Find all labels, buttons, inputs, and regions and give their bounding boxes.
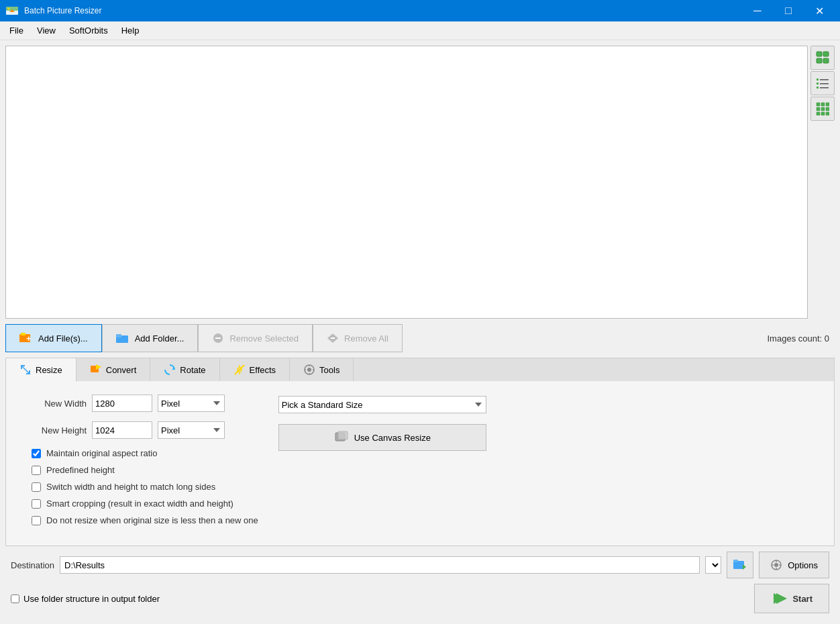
close-button[interactable]: ✕: [804, 0, 835, 21]
maintain-aspect-checkbox[interactable]: [32, 449, 41, 458]
grid-view-button[interactable]: [810, 97, 835, 121]
menu-help[interactable]: Help: [115, 23, 146, 38]
images-count: Images count: 0: [768, 333, 835, 344]
file-area: [5, 46, 835, 319]
remove-selected-button[interactable]: Remove Selected: [198, 324, 313, 352]
svg-rect-9: [820, 79, 829, 81]
svg-rect-20: [817, 112, 820, 115]
resize-form: New Width Pixel Percent cm inch New He: [26, 395, 258, 532]
maintain-aspect-label[interactable]: Maintain original aspect ratio: [46, 448, 157, 458]
svg-marker-58: [776, 593, 787, 604]
canvas-resize-button[interactable]: Use Canvas Resize: [278, 424, 486, 451]
destination-input[interactable]: [60, 556, 700, 574]
do-not-resize-checkbox[interactable]: [32, 516, 41, 525]
tab-effects[interactable]: Effects: [220, 358, 291, 381]
svg-point-41: [307, 368, 311, 372]
height-unit-select[interactable]: Pixel Percent cm inch: [158, 421, 225, 439]
width-unit-select[interactable]: Pixel Percent cm inch: [158, 395, 225, 412]
standard-size-select[interactable]: Pick a Standard Size 800x600 1024x768 12…: [278, 396, 486, 413]
svg-point-52: [774, 563, 778, 567]
folder-structure-label: Use folder structure in output folder: [23, 594, 160, 604]
add-files-button[interactable]: + Add File(s)...: [5, 324, 102, 352]
svg-rect-7: [823, 58, 829, 63]
svg-text:+: +: [26, 333, 32, 344]
menu-softorbits[interactable]: SoftOrbits: [62, 23, 115, 38]
new-width-row: New Width Pixel Percent cm inch: [26, 395, 258, 412]
tab-rotate[interactable]: Rotate: [150, 358, 219, 381]
resize-right-panel: Pick a Standard Size 800x600 1024x768 12…: [278, 395, 486, 451]
svg-rect-16: [826, 103, 829, 106]
svg-rect-13: [820, 87, 829, 89]
svg-rect-21: [821, 112, 825, 115]
view-controls: [810, 46, 835, 319]
file-list: [5, 46, 808, 319]
predefined-height-label[interactable]: Predefined height: [46, 465, 115, 475]
panel-content-resize: New Width Pixel Percent cm inch New He: [6, 381, 834, 545]
tab-resize[interactable]: Resize: [6, 358, 76, 382]
maximize-button[interactable]: □: [773, 0, 804, 21]
predefined-height-checkbox[interactable]: [32, 466, 41, 475]
do-not-resize-row: Do not resize when original size is less…: [26, 515, 258, 525]
folder-structure-checkbox[interactable]: [11, 594, 19, 603]
svg-rect-10: [817, 83, 819, 85]
do-not-resize-label[interactable]: Do not resize when original size is less…: [46, 515, 258, 525]
destination-browse-button[interactable]: [727, 552, 753, 578]
menu-view[interactable]: View: [30, 23, 62, 38]
svg-rect-5: [823, 52, 829, 56]
svg-rect-17: [817, 107, 820, 111]
tabs: Resize Convert Rotate: [5, 358, 835, 381]
svg-rect-19: [826, 107, 829, 111]
bottom-row2: Use folder structure in output folder St…: [5, 581, 835, 619]
svg-rect-15: [821, 103, 825, 106]
svg-rect-47: [338, 431, 348, 439]
destination-label: Destination: [11, 560, 54, 570]
new-width-label: New Width: [26, 399, 87, 409]
svg-rect-22: [826, 112, 829, 115]
list-view-button[interactable]: [810, 71, 835, 95]
svg-rect-24: [21, 333, 25, 335]
tab-convert[interactable]: Convert: [76, 358, 151, 381]
minimize-button[interactable]: ─: [742, 0, 773, 21]
svg-rect-12: [817, 87, 819, 89]
destination-dropdown[interactable]: [705, 556, 721, 574]
smart-cropping-label[interactable]: Smart cropping (result in exact width an…: [46, 499, 233, 509]
new-height-row: New Height Pixel Percent cm inch: [26, 421, 258, 439]
svg-rect-49: [733, 560, 738, 562]
app-icon: [5, 4, 19, 17]
start-button[interactable]: Start: [754, 584, 829, 613]
maintain-aspect-row: Maintain original aspect ratio: [26, 448, 258, 458]
svg-line-32: [21, 366, 30, 374]
svg-rect-18: [821, 107, 825, 111]
new-height-label: New Height: [26, 425, 87, 435]
tab-tools[interactable]: Tools: [290, 358, 354, 381]
thumbnails-view-button[interactable]: [810, 46, 835, 70]
svg-rect-27: [116, 334, 121, 337]
title-bar: Batch Picture Resizer ─ □ ✕: [0, 0, 840, 21]
bottom-section: Destination: [5, 546, 835, 619]
svg-rect-11: [820, 83, 829, 85]
window-controls: ─ □ ✕: [742, 0, 835, 21]
svg-rect-4: [817, 52, 822, 56]
switch-width-height-label[interactable]: Switch width and height to match long si…: [46, 482, 215, 492]
new-height-input[interactable]: [92, 421, 152, 439]
add-folder-button[interactable]: Add Folder...: [102, 324, 199, 352]
menu-file[interactable]: File: [3, 23, 30, 38]
options-button[interactable]: Options: [759, 552, 829, 578]
svg-marker-50: [743, 564, 746, 570]
svg-rect-6: [817, 58, 822, 63]
destination-bar: Destination: [5, 546, 835, 581]
remove-all-button[interactable]: Remove All: [313, 324, 403, 352]
svg-rect-8: [817, 79, 819, 81]
switch-width-height-checkbox[interactable]: [32, 482, 41, 492]
smart-cropping-row: Smart cropping (result in exact width an…: [26, 499, 258, 509]
predefined-height-row: Predefined height: [26, 465, 258, 475]
panel: New Width Pixel Percent cm inch New He: [5, 381, 835, 546]
folder-structure-row[interactable]: Use folder structure in output folder: [11, 594, 160, 604]
svg-point-3: [8, 8, 10, 10]
smart-cropping-checkbox[interactable]: [32, 499, 41, 509]
svg-rect-14: [817, 103, 820, 106]
new-width-input[interactable]: [92, 395, 152, 412]
window-title: Batch Picture Resizer: [24, 6, 742, 15]
toolbar-row: + Add File(s)... Add Folder... Remove Se…: [5, 324, 835, 352]
switch-width-height-row: Switch width and height to match long si…: [26, 482, 258, 492]
